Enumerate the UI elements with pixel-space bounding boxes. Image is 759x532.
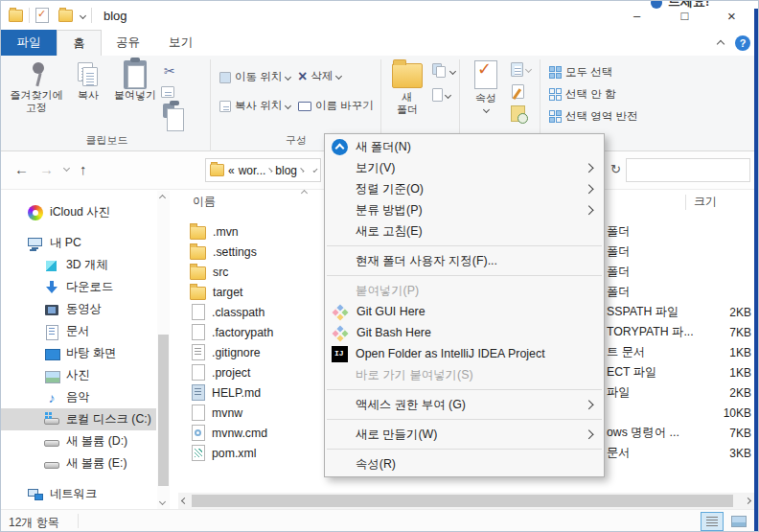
new-item-button[interactable]	[432, 63, 455, 79]
menu-item-label: 속성(R)	[356, 456, 396, 473]
sort-ascending-icon	[301, 190, 308, 197]
recent-locations-icon[interactable]	[63, 165, 70, 172]
context-menu-item[interactable]: Git Bash Here	[325, 322, 604, 343]
scroll-right-icon[interactable]	[745, 497, 751, 504]
forward-button[interactable]: →	[39, 160, 54, 179]
move-to-button[interactable]: 이동 위치	[219, 70, 290, 84]
divider	[29, 8, 30, 23]
context-menu-item[interactable]: 속성(R)	[325, 453, 604, 474]
context-menu-item[interactable]: 정렬 기준(O)	[325, 178, 604, 199]
sidebar-item[interactable]: 다운로드	[1, 276, 156, 298]
file-icon	[192, 364, 205, 381]
file-icon	[190, 246, 206, 260]
open-button[interactable]	[511, 62, 531, 77]
sidebar-item-icon	[44, 368, 59, 383]
explorer-window: blog – □ × 드세요! 파일 홈 공유 보기 ? 즐겨찾기에고정 복사 …	[0, 0, 759, 532]
sidebar-item[interactable]: 사진	[1, 364, 156, 386]
copy-button[interactable]: 복사	[68, 60, 108, 102]
easy-access-button[interactable]	[432, 88, 450, 102]
address-dropdown-icon[interactable]	[313, 168, 318, 173]
help-button[interactable]: ?	[735, 35, 750, 51]
collapse-ribbon-icon[interactable]	[717, 40, 724, 48]
sidebar-item-label: 사진	[66, 367, 90, 383]
breadcrumb-parent[interactable]: wor...	[239, 164, 266, 177]
paste-shortcut-button[interactable]	[163, 104, 174, 118]
sidebar-item[interactable]: 동영상	[1, 298, 156, 320]
sidebar-item[interactable]: 네트워크	[1, 483, 156, 505]
sidebar-item[interactable]: 새 볼륨 (D:)	[1, 430, 156, 452]
sidebar-item[interactable]: 로컬 디스크 (C:)	[1, 408, 156, 430]
context-menu-item[interactable]: 보기(V)	[325, 157, 604, 178]
tab-view[interactable]: 보기	[154, 30, 207, 56]
move-to-icon	[219, 72, 231, 83]
history-button[interactable]	[511, 105, 525, 122]
sidebar-item[interactable]: 문서	[1, 320, 156, 342]
context-menu-item[interactable]: 현재 폴더 사용자 지정(F)...	[325, 250, 604, 271]
new-folder-icon	[392, 63, 423, 88]
refresh-icon[interactable]: ↻	[610, 162, 621, 176]
breadcrumb-separator-icon[interactable]	[268, 168, 273, 173]
pin-to-quick-access-button[interactable]: 즐겨찾기에고정	[9, 60, 64, 114]
context-menu-item[interactable]: 액세스 권한 부여 (G)	[325, 394, 604, 415]
sidebar-item[interactable]: 바탕 화면	[1, 342, 156, 364]
file-size: 1KB	[699, 366, 751, 380]
menu-item-icon	[332, 223, 348, 240]
context-menu-item	[327, 245, 602, 246]
select-none-button[interactable]: 선택 안 함	[549, 87, 615, 102]
copy-to-button[interactable]: 복사 위치	[219, 99, 290, 113]
menu-item-label: Git GUI Here	[356, 305, 426, 318]
tab-file[interactable]: 파일	[1, 30, 57, 56]
scroll-left-icon[interactable]	[181, 497, 188, 504]
qat-dropdown-icon[interactable]	[80, 12, 86, 18]
context-menu-item[interactable]: 새로 고침(E)	[325, 220, 604, 242]
context-menu-item	[327, 389, 602, 390]
file-icon	[192, 324, 205, 340]
scroll-down-icon[interactable]	[159, 498, 166, 505]
context-menu-item[interactable]: 새 폴더(N)	[325, 136, 604, 157]
thumbnail-view-button[interactable]	[727, 512, 750, 531]
horizontal-scrollbar[interactable]	[178, 493, 754, 509]
sidebar-item[interactable]: 내 PC	[1, 232, 156, 254]
back-button[interactable]: ←	[14, 160, 29, 179]
paste-button[interactable]: 붙여넣기	[110, 60, 160, 102]
sidebar-item[interactable]: 새 볼륨 (E:)	[1, 452, 156, 474]
column-header-size[interactable]: 크기	[694, 194, 717, 210]
edit-button[interactable]	[512, 84, 524, 99]
sidebar-item-label: iCloud 사진	[50, 204, 110, 220]
up-button[interactable]: ↑	[80, 160, 87, 179]
address-bar[interactable]: « wor... blog	[205, 158, 321, 182]
invert-selection-button[interactable]: 선택 영역 반전	[549, 109, 637, 124]
context-menu-item[interactable]: Git GUI Here	[325, 301, 604, 322]
context-menu-item[interactable]: 바로 가기 붙여넣기(S)	[325, 364, 604, 385]
cut-button[interactable]: ✂	[164, 63, 175, 79]
tab-share[interactable]: 공유	[102, 30, 154, 56]
scrollbar-thumb[interactable]	[192, 495, 733, 507]
breadcrumb-collapsed[interactable]: «	[228, 164, 235, 177]
sidebar-item[interactable]: iCloud 사진	[1, 201, 156, 223]
search-input[interactable]	[626, 158, 750, 182]
details-view-button[interactable]	[701, 512, 724, 531]
context-menu-item[interactable]: 분류 방법(P)	[325, 199, 604, 220]
scrollbar-thumb[interactable]	[158, 335, 169, 486]
open-icon	[511, 62, 523, 77]
scroll-up-icon[interactable]	[159, 195, 166, 201]
context-menu-item[interactable]: 새로 만들기(W)	[325, 424, 604, 445]
breadcrumb-current[interactable]: blog	[275, 164, 297, 177]
sidebar-scrollbar[interactable]	[157, 191, 170, 509]
copy-path-icon	[161, 86, 174, 98]
sidebar-item[interactable]: 3D 개체	[1, 254, 156, 276]
select-all-button[interactable]: 모두 선택	[549, 65, 612, 80]
properties-button[interactable]: 속성	[467, 60, 505, 112]
rename-button[interactable]: 이름 바꾸기	[298, 99, 374, 113]
context-menu-item[interactable]: Open Folder as IntelliJ IDEA Project	[325, 343, 604, 364]
breadcrumb-separator-icon[interactable]	[300, 168, 305, 173]
context-menu-item[interactable]: 붙여넣기(P)	[325, 280, 604, 301]
qat-newfolder-icon[interactable]	[58, 10, 73, 22]
new-folder-button[interactable]: 새폴더	[386, 59, 428, 116]
sidebar-item[interactable]: ♪ 음악	[1, 386, 156, 408]
copy-path-button[interactable]	[161, 86, 174, 98]
qat-properties-icon[interactable]	[35, 8, 49, 23]
delete-button[interactable]: × 삭제	[298, 69, 341, 83]
tab-home[interactable]: 홈	[57, 30, 102, 56]
column-header-name[interactable]: 이름	[193, 194, 216, 210]
